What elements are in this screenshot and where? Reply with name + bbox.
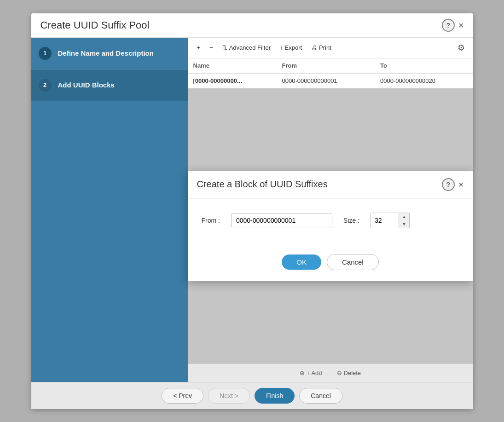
ok-button[interactable]: OK bbox=[282, 254, 321, 270]
print-button[interactable]: 🖨 Print bbox=[307, 42, 335, 53]
close-button[interactable]: × bbox=[458, 21, 464, 30]
from-label: From : bbox=[202, 217, 220, 224]
add-button[interactable]: + bbox=[193, 42, 204, 53]
sidebar-item-define[interactable]: 1 Define Name and Description bbox=[31, 38, 188, 69]
dialog-overlay: Create a Block of UUID Suffixes ? × From… bbox=[188, 88, 473, 364]
dialog-body: From : Size : ▲ ▼ bbox=[188, 199, 473, 247]
step-1-label: Define Name and Description bbox=[58, 49, 154, 57]
dialog-close-button[interactable]: × bbox=[458, 180, 464, 189]
help-button[interactable]: ? bbox=[442, 19, 455, 32]
step-2-number: 2 bbox=[39, 79, 52, 92]
sidebar: 1 Define Name and Description 2 Add UUID… bbox=[31, 38, 188, 382]
step-2-label: Add UUID Blocks bbox=[58, 81, 115, 89]
create-block-dialog: Create a Block of UUID Suffixes ? × From… bbox=[188, 171, 473, 281]
window-title: Create UUID Suffix Pool bbox=[41, 19, 150, 31]
cell-to: 0000-000000000020 bbox=[375, 73, 473, 88]
dialog-help-button[interactable]: ? bbox=[442, 178, 455, 191]
size-input[interactable] bbox=[371, 214, 399, 227]
size-label: Size : bbox=[343, 217, 359, 224]
bottom-bar: ⊕ + Add ⊖ Delete bbox=[188, 364, 473, 382]
table-row[interactable]: [0000-00000000... 0000-000000000001 0000… bbox=[188, 73, 473, 88]
finish-button[interactable]: Finish bbox=[255, 388, 295, 404]
filter-button[interactable]: ⇅ Advanced Filter bbox=[219, 42, 274, 53]
add-row-button[interactable]: ⊕ + Add bbox=[295, 368, 327, 378]
col-name: Name bbox=[188, 58, 277, 73]
title-bar-actions: ? × bbox=[442, 19, 464, 32]
step-1-number: 1 bbox=[39, 47, 52, 60]
filter-label: Advanced Filter bbox=[229, 44, 271, 51]
print-icon: 🖨 bbox=[311, 44, 317, 51]
add-icon: + bbox=[197, 44, 201, 51]
toolbar: + − ⇅ Advanced Filter ↑ Export 🖨 Print ⚙ bbox=[188, 38, 473, 58]
dialog-header: Create a Block of UUID Suffixes ? × bbox=[188, 171, 473, 199]
content-area: + − ⇅ Advanced Filter ↑ Export 🖨 Print ⚙ bbox=[188, 38, 473, 382]
size-spinbox: ▲ ▼ bbox=[371, 213, 410, 228]
from-input[interactable] bbox=[231, 214, 332, 227]
main-window: Create UUID Suffix Pool ? × 1 Define Nam… bbox=[31, 13, 473, 409]
filter-icon: ⇅ bbox=[222, 44, 227, 51]
uuid-table: Name From To [0000-00000000... 0000-0000… bbox=[188, 58, 473, 88]
footer: < Prev Next > Finish Cancel bbox=[31, 382, 473, 409]
spinbox-down[interactable]: ▼ bbox=[399, 220, 409, 228]
col-from: From bbox=[277, 58, 375, 73]
col-to: To bbox=[375, 58, 473, 73]
export-button[interactable]: ↑ Export bbox=[276, 42, 306, 53]
title-bar: Create UUID Suffix Pool ? × bbox=[31, 13, 473, 38]
print-label: Print bbox=[319, 44, 331, 51]
add-row-icon: ⊕ bbox=[300, 370, 305, 376]
next-button[interactable]: Next > bbox=[208, 388, 250, 404]
cell-name: [0000-00000000... bbox=[188, 73, 277, 88]
cell-from: 0000-000000000001 bbox=[277, 73, 375, 88]
prev-button[interactable]: < Prev bbox=[162, 388, 203, 404]
cancel-button[interactable]: Cancel bbox=[299, 388, 342, 404]
spinbox-up[interactable]: ▲ bbox=[399, 213, 409, 220]
content-gray-area: Create a Block of UUID Suffixes ? × From… bbox=[188, 88, 473, 364]
delete-row-button[interactable]: ⊖ Delete bbox=[332, 368, 366, 378]
dialog-cancel-button[interactable]: Cancel bbox=[327, 254, 379, 270]
delete-row-label: Delete bbox=[344, 370, 361, 376]
from-row: From : Size : ▲ ▼ bbox=[202, 213, 459, 228]
add-row-label: + Add bbox=[307, 370, 322, 376]
remove-button[interactable]: − bbox=[206, 42, 217, 53]
export-label: Export bbox=[285, 44, 302, 51]
spinbox-arrows: ▲ ▼ bbox=[399, 213, 409, 228]
export-icon: ↑ bbox=[280, 44, 283, 51]
table-container: Name From To [0000-00000000... 0000-0000… bbox=[188, 58, 473, 88]
sidebar-item-uuid-blocks[interactable]: 2 Add UUID Blocks bbox=[31, 69, 188, 101]
settings-button[interactable]: ⚙ bbox=[455, 41, 468, 54]
dialog-footer: OK Cancel bbox=[188, 247, 473, 281]
minus-icon: − bbox=[209, 44, 213, 51]
dialog-title: Create a Block of UUID Suffixes bbox=[197, 179, 328, 190]
delete-row-icon: ⊖ bbox=[337, 370, 342, 376]
dialog-header-actions: ? × bbox=[442, 178, 464, 191]
body-area: 1 Define Name and Description 2 Add UUID… bbox=[31, 38, 473, 382]
